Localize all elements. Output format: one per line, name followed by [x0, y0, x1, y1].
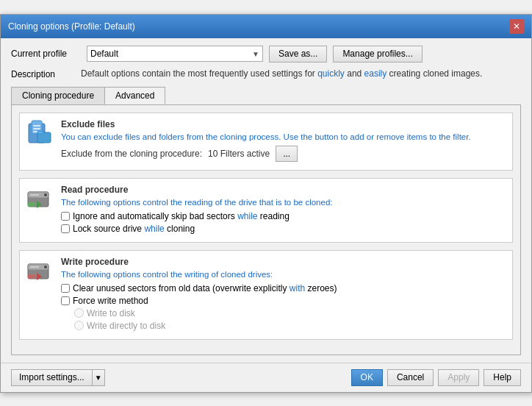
lock-source-drive-checkbox[interactable] — [61, 224, 70, 233]
manage-profiles-button[interactable]: Manage profiles... — [333, 46, 422, 63]
filter-row-label: Exclude from the cloning procedure: — [61, 149, 202, 159]
write-to-disk-row: Write to disk — [74, 308, 506, 318]
clear-unused-sectors-label: Clear unused sectors from old data (over… — [73, 283, 337, 293]
with-text: with — [290, 283, 305, 293]
save-as-button[interactable]: Save as... — [269, 46, 327, 63]
description-label: Description — [11, 68, 81, 79]
profile-row: Current profile Default ▼ Save as... Man… — [11, 46, 521, 63]
title-bar: Cloning options (Profile: Default) ✕ — [1, 15, 531, 38]
svg-rect-18 — [28, 274, 35, 279]
write-procedure-title: Write procedure — [61, 257, 506, 267]
tabs-container: Cloning procedure Advanced — [11, 87, 521, 105]
svg-rect-12 — [28, 202, 35, 207]
clear-unused-sectors-checkbox[interactable] — [61, 284, 70, 293]
write-procedure-desc: The following options control the writin… — [61, 270, 506, 279]
footer-left: Import settings... ▼ — [11, 369, 105, 386]
ignore-bad-sectors-checkbox[interactable] — [61, 212, 70, 221]
clear-unused-sectors-row: Clear unused sectors from old data (over… — [61, 283, 506, 293]
cancel-button[interactable]: Cancel — [387, 369, 434, 386]
exclude-files-body: Exclude files You can exclude files and … — [61, 119, 506, 164]
svg-rect-2 — [33, 125, 40, 127]
exclude-files-icon — [26, 119, 54, 147]
write-directly-to-disk-radio[interactable] — [74, 321, 84, 330]
exclude-files-section: Exclude files You can exclude files and … — [19, 113, 513, 171]
lock-source-drive-row: Lock source drive while cloning — [61, 224, 506, 234]
profile-dropdown[interactable]: Default ▼ — [87, 46, 263, 62]
easily-text: easily — [364, 68, 387, 79]
dialog-footer: Import settings... ▼ OK Cancel Apply Hel… — [1, 363, 531, 392]
exclude-files-title: Exclude files — [61, 119, 506, 129]
svg-rect-3 — [33, 128, 40, 129]
current-profile-label: Current profile — [11, 49, 81, 59]
write-directly-to-disk-label: Write directly to disk — [87, 321, 165, 331]
exclude-files-desc: You can exclude files and folders from t… — [61, 132, 506, 141]
while-text-1: while — [237, 211, 257, 221]
apply-button[interactable]: Apply — [438, 369, 479, 386]
tab-cloning-procedure[interactable]: Cloning procedure — [11, 87, 105, 104]
force-write-method-label: Force write method — [73, 296, 148, 306]
profile-value: Default — [90, 49, 118, 59]
help-button[interactable]: Help — [484, 369, 521, 386]
tab-content-area: Exclude files You can exclude files and … — [11, 105, 521, 355]
write-procedure-section: Write procedure The following options co… — [19, 250, 513, 340]
svg-rect-16 — [30, 266, 39, 268]
dropdown-arrow-icon: ▼ — [252, 50, 259, 58]
ignore-bad-sectors-row: Ignore and automatically skip bad sector… — [61, 211, 506, 221]
filter-btn-label: ... — [283, 149, 290, 159]
force-write-method-checkbox[interactable] — [61, 296, 70, 305]
read-procedure-body: Read procedure The following options con… — [61, 185, 506, 236]
force-write-method-row: Force write method — [61, 296, 506, 306]
tab-advanced[interactable]: Advanced — [104, 87, 165, 104]
svg-rect-6 — [37, 131, 43, 134]
import-settings-button[interactable]: Import settings... — [11, 369, 92, 386]
footer-right: OK Cancel Apply Help — [351, 369, 521, 386]
filter-edit-button[interactable]: ... — [276, 146, 298, 162]
description-text: Default options contain the most frequen… — [81, 68, 521, 79]
filter-row: Exclude from the cloning procedure: 10 F… — [61, 146, 506, 162]
ignore-bad-sectors-label: Ignore and automatically skip bad sector… — [73, 211, 290, 221]
tab-cloning-label: Cloning procedure — [22, 90, 94, 101]
write-directly-to-disk-row: Write directly to disk — [74, 321, 506, 331]
close-button[interactable]: ✕ — [509, 19, 524, 34]
quickly-text: quickly — [317, 68, 345, 79]
svg-point-15 — [44, 266, 47, 268]
read-procedure-title: Read procedure — [61, 185, 506, 195]
svg-point-9 — [44, 193, 47, 196]
lock-source-drive-label: Lock source drive while cloning — [73, 224, 195, 234]
filter-count: 10 Filters active — [208, 149, 270, 159]
dialog-content: Current profile Default ▼ Save as... Man… — [1, 38, 531, 363]
read-procedure-section: Read procedure The following options con… — [19, 178, 513, 243]
description-row: Description Default options contain the … — [11, 68, 521, 79]
write-to-disk-radio[interactable] — [74, 308, 84, 318]
tab-advanced-label: Advanced — [115, 90, 154, 101]
svg-rect-10 — [30, 194, 39, 196]
import-arrow-button[interactable]: ▼ — [92, 369, 105, 386]
while-text-2: while — [144, 224, 164, 234]
cloning-options-dialog: Cloning options (Profile: Default) ✕ Cur… — [0, 14, 532, 393]
read-procedure-icon — [26, 185, 54, 213]
write-procedure-icon — [26, 257, 54, 285]
ok-button[interactable]: OK — [351, 369, 383, 386]
write-to-disk-label: Write to disk — [87, 308, 135, 318]
write-procedure-body: Write procedure The following options co… — [61, 257, 506, 333]
dialog-title: Cloning options (Profile: Default) — [8, 21, 135, 32]
read-procedure-desc: The following options control the readin… — [61, 198, 506, 207]
